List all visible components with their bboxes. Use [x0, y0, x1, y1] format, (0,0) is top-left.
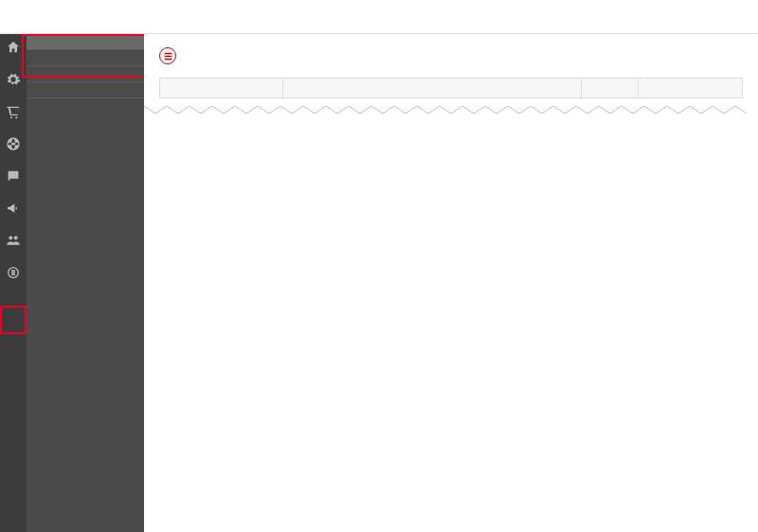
logo: [11, 6, 15, 27]
page-title: ☰: [159, 47, 182, 64]
sidebar-item-support[interactable]: [27, 66, 144, 82]
cart-icon[interactable]: [6, 104, 21, 119]
list-circle-icon: ☰: [159, 47, 176, 64]
icon-rail: [0, 34, 27, 532]
sidebar-item-webapi[interactable]: [27, 82, 144, 98]
megaphone-icon[interactable]: [6, 201, 21, 216]
page-break-zigzag: [144, 98, 758, 119]
list-icon[interactable]: [6, 265, 21, 280]
th-name: [160, 79, 283, 98]
sidebar-item-option-apply[interactable]: [27, 34, 144, 50]
sidebar: [27, 34, 144, 532]
home-icon[interactable]: [6, 40, 21, 55]
feature-table: [159, 78, 743, 98]
sidebar-item-settings[interactable]: [27, 50, 144, 66]
header: [0, 0, 758, 34]
users-icon[interactable]: [6, 233, 21, 248]
main-content: ☰: [144, 34, 758, 532]
chat-icon[interactable]: [6, 168, 21, 184]
globe-icon[interactable]: [6, 136, 21, 151]
th-desc: [283, 79, 582, 98]
th-cost: [582, 79, 639, 98]
th-act: [639, 79, 743, 98]
gear-icon[interactable]: [6, 72, 21, 87]
